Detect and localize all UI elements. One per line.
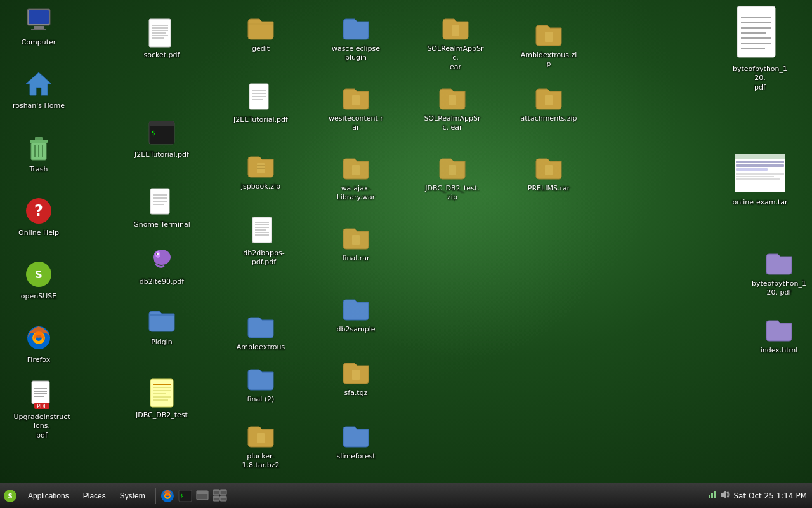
svg-rect-77 <box>737 6 775 57</box>
desktop-icon-trash[interactable]: Trash <box>10 132 67 174</box>
desktop-icon-wasce[interactable]: wasce eclipse plugin <box>327 11 384 63</box>
network-tray-icon[interactable] <box>707 490 717 502</box>
gnome-terminal-icon: $ _ <box>147 117 177 148</box>
jdbc-folder-label: Pidgin <box>151 338 172 347</box>
volume-tray-icon[interactable] <box>720 490 730 502</box>
desktop-icon-index-html[interactable]: online-exam.tar <box>728 151 792 207</box>
byteofpython-icon <box>735 5 785 62</box>
desktop-icon-db2dbapps[interactable]: db2dbapps-pdf.pdf <box>232 216 296 267</box>
jdbc-zip-label: SQLRealmAppSrc. ear <box>424 114 481 133</box>
desktop-icon-sfa-tgz[interactable]: sfa.tgz <box>327 356 384 398</box>
taskbar-right: Sat Oct 25 1:14 PM <box>702 490 813 502</box>
index-html-label: online-exam.tar <box>732 198 787 207</box>
desktop-icon-slimeforest[interactable]: slimeforest <box>327 419 384 461</box>
db2sample-icon <box>341 292 371 323</box>
places-menu[interactable]: Places <box>77 486 112 505</box>
desktop-icon-final-2[interactable]: final (2) <box>232 362 289 404</box>
firefox-icon <box>23 323 54 353</box>
desktop-icon-jspbook[interactable]: jspbook.zip <box>232 149 289 191</box>
taskbar-datetime: Sat Oct 25 1:14 PM <box>734 491 808 500</box>
attachments-folder-label: index.html <box>761 346 798 355</box>
desktop-icon-attachments-zip[interactable]: Ambidextrous.zip <box>520 18 577 69</box>
firefox-label: Firefox <box>27 356 50 364</box>
svg-rect-103 <box>213 490 219 491</box>
svg-rect-89 <box>736 168 768 171</box>
plucker-label: plucker-1.8.tar.bz2 <box>232 452 289 471</box>
home-label: roshan's Home <box>13 102 65 110</box>
upgrade-instructions-label: UpgradeInstructions.pdf <box>13 413 70 440</box>
desktop: Computer roshan's Home Trash <box>0 0 812 483</box>
desktop-icon-computer[interactable]: Computer <box>10 5 67 47</box>
taskbar-firefox-icon[interactable] <box>160 488 175 504</box>
taskbar-window-icon-1[interactable] <box>195 488 211 504</box>
taskbar-terminal-icon[interactable]: $ _ <box>178 488 193 504</box>
desktop-icon-final-folder[interactable]: byteofpython_120. pdf <box>750 246 808 298</box>
svg-rect-105 <box>220 490 226 491</box>
svg-rect-111 <box>711 493 713 498</box>
desktop-icon-gnome-terminal[interactable]: $ _ J2EETutorial.pdf <box>133 117 190 159</box>
desktop-icon-attachments-folder[interactable]: index.html <box>750 313 808 355</box>
desktop-icon-db2sample[interactable]: db2sample <box>327 292 384 334</box>
svg-rect-72 <box>449 95 456 105</box>
taskbar-systray <box>707 490 730 502</box>
ambidextrous-folder-label: Ambidextrous <box>237 343 285 352</box>
desktop-icon-j2ee-tutorial[interactable]: J2EETutorial.pdf <box>232 83 289 124</box>
desktop-icon-gedit[interactable]: JDBC_DB2_test <box>133 378 190 420</box>
online-help-icon: ? <box>23 196 54 226</box>
desktop-icon-firefox[interactable]: Firefox <box>10 323 67 364</box>
sqlrealm-icon <box>440 11 471 42</box>
desktop-icon-plucker[interactable]: plucker-1.8.tar.bz2 <box>232 419 289 471</box>
desktop-icon-online-exam[interactable]: PRELIMS.rar <box>520 151 577 193</box>
svg-text:$ _: $ _ <box>180 493 188 498</box>
gnome-terminal-label: J2EETutorial.pdf <box>134 150 189 159</box>
jdbc-zip-icon <box>437 81 468 112</box>
svg-rect-91 <box>736 176 774 177</box>
svg-rect-66 <box>257 433 265 443</box>
svg-rect-7 <box>35 137 43 140</box>
svg-rect-70 <box>352 370 360 380</box>
desktop-icon-home[interactable]: roshan's Home <box>10 69 67 110</box>
db2ite90-icon <box>147 187 177 218</box>
desktop-icon-socket-pdf[interactable]: socket.pdf <box>133 18 190 60</box>
attachments-zip-label: Ambidextrous.zip <box>520 51 577 69</box>
svg-rect-86 <box>735 154 785 159</box>
wesitecontent-label: wesitecontent.rar <box>327 114 384 133</box>
prelims-label: attachments.zip <box>521 114 577 123</box>
desktop-icon-sqlrealm[interactable]: SQLRealmAppSrc.ear <box>424 11 487 72</box>
ambidextrous-folder-icon <box>246 310 276 340</box>
desktop-icon-prelims[interactable]: attachments.zip <box>520 81 577 123</box>
svg-rect-2 <box>34 26 44 29</box>
system-menu[interactable]: System <box>114 486 152 505</box>
final-rar-icon <box>341 221 371 251</box>
sqlrealm-label: SQLRealmAppSrc.ear <box>427 44 484 72</box>
desktop-icon-upgrade-instructions[interactable]: PDF UpgradeInstructions.pdf <box>10 380 74 440</box>
taskbar-window-icon-2[interactable] <box>212 488 227 504</box>
db2dbapps-label: db2dbapps-pdf.pdf <box>235 249 292 267</box>
svg-rect-92 <box>736 178 780 180</box>
desktop-icon-jdbc-zip[interactable]: SQLRealmAppSrc. ear <box>424 81 481 133</box>
j2ee-tutorial-label: J2EETutorial.pdf <box>233 116 288 124</box>
svg-rect-33 <box>149 121 174 126</box>
desktop-icon-online-help[interactable]: ? Online Help <box>10 196 67 237</box>
svg-rect-110 <box>709 495 710 498</box>
sfa-tgz-icon <box>341 356 371 386</box>
desktop-icon-db2ite90[interactable]: Gnome Terminal <box>133 187 190 229</box>
svg-rect-1 <box>29 10 49 24</box>
desktop-icon-wa-ajax[interactable]: wa-ajax-Library.war <box>327 151 384 203</box>
desktop-icon-wesitecontent[interactable]: wesitecontent.rar <box>327 81 384 133</box>
desktop-icon-opensuse[interactable]: S openSUSE <box>10 259 67 301</box>
final-2-label: final (2) <box>247 395 275 404</box>
gedit-icon <box>147 378 177 408</box>
desktop-icon-tgmc[interactable]: gedit <box>232 11 289 53</box>
desktop-icon-jdbc-folder[interactable]: Pidgin <box>133 305 190 347</box>
desktop-icon-final-rar[interactable]: final.rar <box>327 221 384 263</box>
slimeforest-icon <box>341 419 371 450</box>
desktop-icon-pidgin[interactable]: db2ite90.pdf <box>133 244 190 286</box>
applications-menu[interactable]: Applications <box>22 486 75 505</box>
byteofpython-label: byteofpython_120.pdf <box>731 65 789 92</box>
db2dbapps-icon <box>249 216 279 246</box>
desktop-icon-byteofpython[interactable]: byteofpython_120.pdf <box>728 5 792 92</box>
desktop-icon-ambidextrous-folder[interactable]: Ambidextrous <box>232 310 289 352</box>
index-html-icon <box>735 151 785 196</box>
desktop-icon-ambidextrous-zip[interactable]: JDBC_DB2_test.zip <box>424 151 481 203</box>
